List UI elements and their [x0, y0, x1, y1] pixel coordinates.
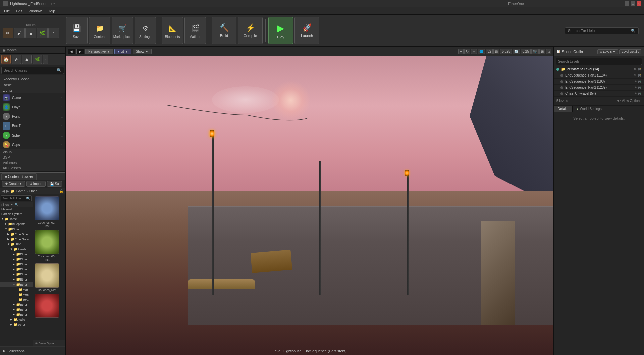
filter-search-icon[interactable]: 🔍 — [15, 203, 18, 206]
foliage-mode-icon[interactable]: 🌿 — [33, 55, 42, 64]
snap-val[interactable]: 0.25 — [521, 49, 530, 54]
levels-dropdown[interactable]: ⊞ Levels ▼ — [597, 49, 618, 54]
world-icon[interactable]: 🌐 — [478, 49, 485, 54]
matinee-button[interactable]: 🎬 Matinee — [184, 17, 206, 44]
levels-search-input[interactable] — [558, 60, 640, 63]
folder-ether4[interactable]: ▶ 📁 Ether_ — [0, 267, 33, 272]
folder-ether3[interactable]: ▶ 📁 Ether_ — [0, 262, 33, 267]
scale-val[interactable]: 5.625 — [500, 49, 512, 54]
folder-ether10[interactable]: ▶ 📁 Ether_ — [0, 312, 33, 317]
build-button[interactable]: 🔨 Build — [212, 17, 236, 44]
blueprints-button[interactable]: 📐 Blueprints — [162, 17, 183, 44]
camera-btn[interactable]: 📷 — [531, 49, 539, 54]
forward-icon[interactable]: ▶ — [6, 189, 9, 193]
search-folder-box[interactable]: 🔍 — [1, 195, 32, 201]
translate-icon[interactable]: + — [458, 49, 464, 54]
mode-btn-expand[interactable]: › — [48, 28, 59, 38]
placement-item-came[interactable]: 📷 Came ℹ — [0, 93, 65, 102]
content-browser-tab[interactable]: ● Content Browser — [1, 173, 37, 180]
compile-button[interactable]: ⚡ Compile — [238, 17, 263, 44]
folder-ether8[interactable]: ▶ 📁 Ether_ — [0, 302, 33, 307]
landscape-mode-icon[interactable]: ▲ — [22, 55, 32, 64]
maximize-button[interactable]: □ — [631, 1, 635, 6]
filters-label[interactable]: Filters ▼ — [1, 203, 13, 206]
lit-btn[interactable]: ● Lit ▼ — [114, 49, 131, 54]
maximize-vp[interactable]: □ — [546, 49, 551, 54]
search-classes-box[interactable]: 🔍 — [1, 67, 64, 74]
folder-game[interactable]: ▼ 📁 Game — [0, 216, 33, 221]
volumes-header[interactable]: Volumes — [0, 160, 65, 165]
world-settings-tab[interactable]: ● World Settings — [573, 106, 606, 112]
collections-button[interactable]: ▶ Collections — [0, 346, 65, 355]
breadcrumb-ether[interactable]: Ether — [29, 189, 37, 193]
asset-couchesmat[interactable]: Couches_Mat — [34, 263, 60, 292]
folder-ether7[interactable]: ▼ 📁 Ether_ — [0, 282, 33, 287]
lights-section-header[interactable]: Lights — [0, 88, 65, 93]
folder-ethergam[interactable]: ▶ 📁 EtherGam — [0, 237, 33, 242]
menu-file[interactable]: File — [1, 8, 13, 14]
folder-ether6[interactable]: ▶ 📁 Ether_ — [0, 277, 33, 282]
viewport[interactable]: Level: Lighthouse_EndSequence (Persisten… — [66, 56, 553, 355]
folder-mes[interactable]: 📁 Mes — [0, 292, 33, 297]
breadcrumb-lock[interactable]: 🔒 — [59, 189, 63, 193]
rot-snap[interactable]: 🔄 — [513, 49, 520, 54]
save-all-button[interactable]: 💾 Sa — [47, 181, 62, 187]
folder-ether[interactable]: ▼ 📁 Ether — [0, 226, 33, 232]
folder-text[interactable]: 📁 Text — [0, 297, 33, 302]
basic-section-header[interactable]: Basic — [0, 82, 65, 88]
level-persistent[interactable]: 📁 Persistent Level (14) 👁 🎮 — [554, 66, 644, 72]
level-part3[interactable]: EndSequence_Part3 (193) 👁 🎮 — [554, 79, 644, 85]
folder-audio[interactable]: ▶ 📁 Audio — [0, 317, 33, 322]
bsp-header[interactable]: BSP — [0, 155, 65, 160]
folder-blueprints[interactable]: ▶ 📁 Blueprints — [0, 221, 33, 226]
view-options-btn[interactable]: 👁 View Options — [617, 99, 641, 103]
scale-icon[interactable]: ⇔ — [471, 49, 477, 54]
mode-btn-landscape[interactable]: ▲ — [25, 28, 36, 38]
minimize-button[interactable]: – — [625, 1, 629, 6]
placement-item-sphere[interactable]: ● Spher ℹ — [0, 131, 65, 140]
vp-forward-btn[interactable]: ▶ — [76, 49, 84, 54]
back-icon[interactable]: ◀ — [2, 189, 5, 193]
level-chair[interactable]: Chair_Unwravel (54) 👁 🎮 — [554, 91, 644, 97]
search-classes-input[interactable] — [4, 69, 57, 72]
paint-mode-icon[interactable]: 🖌 — [12, 55, 21, 64]
import-button[interactable]: ⬇ Import — [26, 181, 46, 187]
level-details-btn[interactable]: Level Details — [619, 49, 641, 54]
marketplace-button[interactable]: 🛒 Marketplace — [112, 17, 133, 44]
all-classes-header[interactable]: All Classes — [0, 165, 65, 171]
launch-button[interactable]: 🚀 Launch — [294, 17, 319, 44]
mode-btn-foliage[interactable]: 🌿 — [37, 28, 48, 38]
folder-ether2[interactable]: ▶ 📁 Ether_ — [0, 257, 33, 262]
asset-red[interactable] — [34, 293, 60, 319]
folder-etherblue[interactable]: ▶ 📁 EtherBlue — [0, 232, 33, 237]
details-tab[interactable]: Details — [554, 106, 573, 112]
close-button[interactable]: ✕ — [637, 1, 641, 6]
view-layers[interactable]: ⊞ — [539, 49, 545, 54]
more-modes-icon[interactable]: › — [43, 55, 48, 64]
placement-item-box[interactable]: □ Box T ℹ — [0, 121, 65, 131]
asset-couches03[interactable]: Couches_03_Inst — [34, 229, 60, 262]
folder-ether1[interactable]: ▶ 📁 Ether_ — [0, 252, 33, 257]
folder-assets[interactable]: ▼ 📁 Assets — [0, 247, 33, 252]
levels-search-box[interactable] — [556, 58, 642, 65]
surface-snap[interactable]: ⊡ — [493, 49, 499, 54]
recently-placed-header[interactable]: Recently Placed — [0, 75, 65, 82]
play-button[interactable]: ▶ Play — [268, 17, 293, 44]
save-button[interactable]: 💾 Save — [66, 17, 88, 44]
folder-upk[interactable]: ▼ 📁 UPK — [0, 242, 33, 247]
folder-script[interactable]: ▶ 📁 Script — [0, 322, 33, 327]
level-part2[interactable]: EndSequence_Part2 (1239) 👁 🎮 — [554, 85, 644, 91]
view-options-footer[interactable]: 👁 View Optio — [33, 340, 65, 346]
rotate-icon[interactable]: ↻ — [464, 49, 470, 54]
search-folder-input[interactable] — [2, 197, 26, 200]
visual-header[interactable]: Visual — [0, 149, 65, 155]
menu-help[interactable]: Help — [45, 8, 58, 14]
placement-active-icon[interactable]: 🏠 — [1, 55, 11, 64]
placement-item-player[interactable]: 👤 Playe ℹ — [0, 102, 65, 112]
grid-btn[interactable]: 32 — [486, 49, 493, 54]
level-part1[interactable]: EndSequence_Part1 (1184) 👁 🎮 — [554, 72, 644, 79]
create-button[interactable]: ✚ Create ▼ — [2, 181, 25, 187]
folder-ether9[interactable]: ▶ 📁 Ether_ — [0, 307, 33, 312]
mode-btn-pencil[interactable]: ✏ — [3, 28, 13, 38]
placement-item-point[interactable]: ● Point ℹ — [0, 112, 65, 121]
